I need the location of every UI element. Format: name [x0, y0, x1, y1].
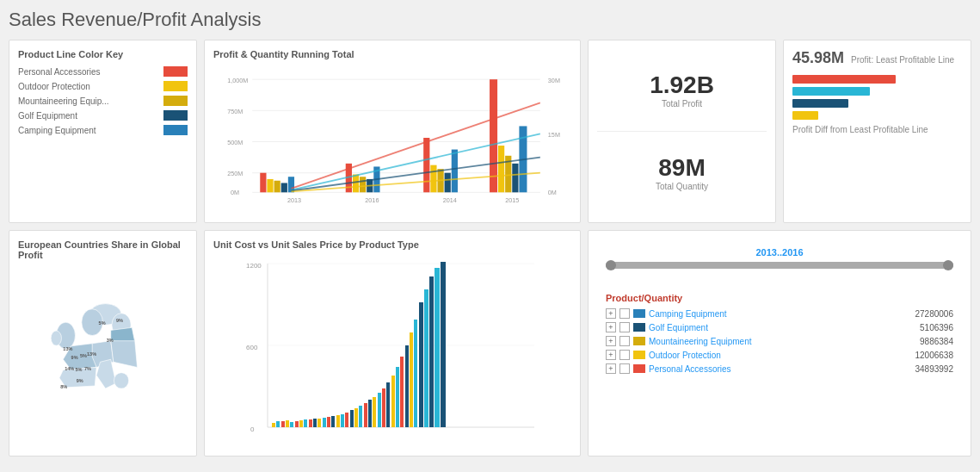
svg-rect-100: [400, 357, 404, 427]
svg-rect-77: [295, 421, 299, 427]
svg-rect-35: [512, 164, 518, 192]
product-name: Outdoor Protection: [649, 351, 912, 360]
list-item[interactable]: + Golf Equipment 5106396: [597, 320, 962, 334]
svg-rect-85: [331, 416, 335, 427]
product-quantity: 34893992: [915, 364, 954, 374]
svg-rect-76: [290, 422, 293, 427]
list-item[interactable]: + Outdoor Protection 12006638: [597, 348, 962, 362]
svg-text:250M: 250M: [227, 170, 243, 177]
svg-text:0M: 0M: [231, 189, 239, 196]
svg-text:13%: 13%: [87, 351, 96, 357]
product-quantity: 5106396: [920, 323, 953, 332]
checkbox[interactable]: [619, 308, 630, 319]
color-key-label: Outdoor Protection: [18, 82, 158, 91]
svg-rect-92: [364, 403, 367, 427]
svg-rect-96: [382, 388, 385, 427]
svg-text:1,000M: 1,000M: [227, 77, 248, 84]
list-item[interactable]: + Mountaineering Equipment 9886384: [597, 334, 962, 348]
unit-cost-title: Unit Cost vs Unit Sales Price by Product…: [213, 239, 571, 250]
total-metrics-card: 1.92B Total Profit 89M Total Quantity: [588, 40, 776, 223]
product-name: Mountaineering Equipment: [649, 337, 916, 346]
profit-bar: [792, 111, 818, 120]
svg-rect-86: [336, 415, 340, 427]
svg-text:7%: 7%: [84, 366, 91, 371]
profit-chart-svg: 1,000M 750M 500M 250M 0M 30M 15M 0M 2013…: [213, 65, 571, 211]
europe-map-container: 5% 9% 3% 13% 9% 5% 13% 14% 5% 7% 9% 8%: [18, 265, 188, 438]
product-quantity: 27280006: [915, 309, 954, 319]
expand-icon[interactable]: +: [606, 322, 616, 332]
product-quantity: 12006638: [915, 351, 954, 360]
svg-text:2013: 2013: [287, 196, 301, 204]
svg-text:750M: 750M: [227, 108, 243, 115]
total-profit-label: Total Profit: [662, 99, 702, 109]
svg-text:14%: 14%: [65, 366, 74, 371]
list-item[interactable]: + Personal Accessories 34893992: [597, 362, 962, 376]
svg-rect-93: [368, 400, 372, 427]
svg-rect-33: [498, 146, 504, 192]
color-key-label: Camping Equipment: [18, 126, 158, 135]
svg-rect-83: [323, 418, 326, 427]
svg-text:5%: 5%: [99, 320, 106, 326]
color-key-label: Personal Accessories: [18, 67, 158, 77]
svg-rect-105: [424, 289, 428, 427]
svg-rect-28: [430, 165, 436, 193]
svg-rect-108: [441, 262, 446, 427]
color-key-swatch: [163, 66, 188, 77]
product-quantity: 9886384: [920, 337, 953, 346]
svg-rect-82: [317, 419, 321, 427]
svg-rect-19: [274, 181, 280, 193]
expand-icon[interactable]: +: [606, 363, 616, 374]
svg-rect-90: [354, 408, 358, 427]
expand-icon[interactable]: +: [606, 308, 616, 319]
checkbox[interactable]: [619, 350, 630, 360]
svg-rect-97: [386, 382, 390, 427]
svg-rect-72: [272, 423, 275, 427]
profit-chart-card: Profit & Quantity Running Total 1,000M 7…: [204, 40, 581, 223]
profit-bar: [792, 99, 848, 108]
product-qty-card: 2013..2016 Product/Quantity + Camping Eq…: [588, 230, 971, 456]
product-qty-title: Product/Quantity: [606, 293, 953, 303]
profit-bar: [792, 87, 870, 96]
profit-bar: [792, 75, 896, 84]
expand-icon[interactable]: +: [606, 336, 616, 346]
product-name: Personal Accessories: [649, 364, 912, 374]
checkbox[interactable]: [619, 322, 630, 332]
profit-bar-row: [792, 99, 962, 108]
svg-rect-79: [304, 419, 307, 427]
product-color-swatch: [633, 351, 645, 359]
svg-rect-104: [419, 302, 423, 427]
unit-cost-svg: 1200 600 0: [213, 255, 571, 444]
svg-rect-102: [410, 332, 413, 427]
checkbox[interactable]: [619, 363, 630, 374]
product-color-swatch: [633, 309, 645, 318]
product-name: Camping Equipment: [649, 309, 912, 319]
svg-text:8%: 8%: [60, 384, 67, 389]
svg-rect-18: [267, 179, 273, 192]
svg-point-51: [114, 373, 128, 388]
total-profit-value: 1.92B: [650, 71, 714, 99]
list-item[interactable]: + Camping Equipment 27280006: [597, 307, 962, 320]
expand-icon[interactable]: +: [606, 350, 616, 360]
color-key-item: Mountaineering Equip...: [18, 96, 188, 106]
europe-map-card: European Countries Share in Global Profi…: [9, 230, 197, 456]
color-key-swatch: [163, 110, 188, 121]
checkbox[interactable]: [619, 336, 630, 346]
total-quantity-box: 89M Total Quantity: [597, 132, 767, 214]
svg-rect-94: [373, 397, 376, 427]
product-qty-table: Product/Quantity + Camping Equipment 272…: [597, 293, 962, 376]
svg-text:13%: 13%: [63, 346, 72, 351]
svg-rect-17: [260, 173, 266, 193]
svg-rect-91: [359, 406, 362, 427]
profit-bar-row: [792, 87, 962, 96]
svg-rect-24: [360, 177, 366, 192]
svg-rect-84: [327, 417, 330, 427]
svg-rect-103: [414, 320, 417, 427]
svg-rect-88: [345, 413, 348, 427]
svg-text:30M: 30M: [548, 77, 560, 84]
slider-container[interactable]: 2013..2016: [597, 239, 962, 276]
svg-rect-31: [452, 150, 458, 193]
color-key-item: Golf Equipment: [18, 110, 188, 121]
slider-track[interactable]: [606, 262, 953, 269]
color-key-title: Product Line Color Key: [18, 49, 188, 59]
svg-rect-74: [281, 421, 285, 427]
